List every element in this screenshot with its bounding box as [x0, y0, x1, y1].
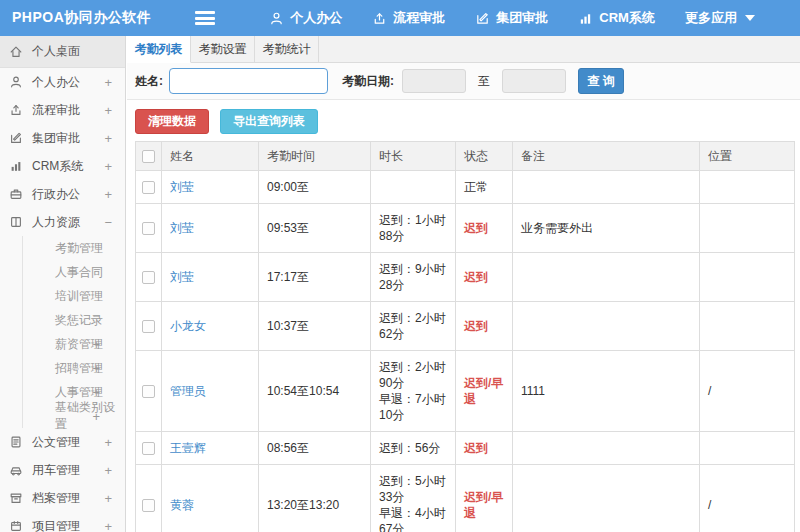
- employee-name-link[interactable]: 王壹辉: [170, 441, 206, 455]
- menu-toggle-icon[interactable]: [195, 11, 215, 25]
- user-icon: [9, 75, 23, 89]
- date-to-input[interactable]: [502, 69, 566, 93]
- sidebar-item-人力资源[interactable]: 人力资源−: [0, 208, 125, 236]
- sidebar-item-行政办公[interactable]: 行政办公+: [0, 180, 125, 208]
- expand-icon[interactable]: +: [92, 409, 100, 424]
- sidebar-item-流程审批[interactable]: 流程审批+: [0, 96, 125, 124]
- expand-icon[interactable]: +: [104, 519, 112, 532]
- sidebar-item-人事合同[interactable]: 人事合同: [0, 260, 125, 284]
- cell-duration: 迟到：2小时62分: [371, 302, 456, 351]
- expand-icon[interactable]: +: [104, 103, 112, 118]
- status-badge: 迟到: [464, 270, 488, 284]
- export-list-button[interactable]: 导出查询列表: [220, 109, 318, 134]
- doc-icon: [9, 435, 23, 449]
- flow-icon: [372, 11, 387, 26]
- action-bar: 清理数据 导出查询列表: [135, 109, 800, 134]
- expand-icon[interactable]: +: [104, 187, 112, 202]
- sidebar-item-考勤管理[interactable]: 考勤管理: [0, 236, 125, 260]
- table-row: 小龙女10:37至迟到：2小时62分迟到: [136, 302, 795, 351]
- expand-icon[interactable]: +: [104, 75, 112, 90]
- row-checkbox[interactable]: [142, 442, 155, 455]
- cell-name: 管理员: [162, 351, 259, 432]
- topnav-item-chart[interactable]: CRM系统: [578, 9, 655, 27]
- sidebar-item-基础类别设置[interactable]: 基础类别设置+: [0, 404, 125, 428]
- clean-data-button[interactable]: 清理数据: [135, 109, 209, 134]
- sidebar-item-奖惩记录[interactable]: 奖惩记录: [0, 308, 125, 332]
- query-button[interactable]: 查 询: [578, 68, 624, 94]
- tab-考勤统计[interactable]: 考勤统计: [255, 36, 319, 63]
- topnav-item-label: 个人办公: [290, 9, 342, 27]
- employee-name-link[interactable]: 黄蓉: [170, 498, 194, 512]
- edit-icon: [475, 11, 490, 26]
- name-label: 姓名:: [135, 73, 163, 90]
- sidebar-item-个人办公[interactable]: 个人办公+: [0, 68, 125, 96]
- column-header-位置: 位置: [700, 142, 795, 171]
- top-navigation: 个人办公流程审批集团审批CRM系统更多应用: [239, 9, 755, 27]
- cell-name: 刘莹: [162, 171, 259, 204]
- topnav-item-user[interactable]: 个人办公: [269, 9, 342, 27]
- sidebar-item-项目管理[interactable]: 项目管理+: [0, 512, 125, 532]
- topnav-item-more-apps[interactable]: 更多应用: [685, 9, 755, 27]
- column-header-状态: 状态: [456, 142, 513, 171]
- cell-attendance-time: 13:20至13:20: [259, 465, 371, 532]
- sidebar-item-用车管理[interactable]: 用车管理+: [0, 456, 125, 484]
- cell-location: [700, 171, 795, 204]
- cell-location: [700, 302, 795, 351]
- employee-name-link[interactable]: 刘莹: [170, 180, 194, 194]
- search-form: 姓名: 考勤日期: 至 查 询: [127, 63, 800, 100]
- sidebar-item-CRM系统[interactable]: CRM系统+: [0, 152, 125, 180]
- row-checkbox[interactable]: [142, 320, 155, 333]
- employee-name-link[interactable]: 小龙女: [170, 319, 206, 333]
- sidebar-item-公文管理[interactable]: 公文管理+: [0, 428, 125, 456]
- expand-icon[interactable]: +: [104, 491, 112, 506]
- cell-status: 迟到: [456, 204, 513, 253]
- employee-name-link[interactable]: 刘莹: [170, 221, 194, 235]
- cell-duration: 迟到：56分: [371, 432, 456, 465]
- expand-icon[interactable]: +: [92, 337, 100, 352]
- car-icon: [9, 463, 23, 477]
- name-input[interactable]: [169, 68, 328, 94]
- topnav-item-edit[interactable]: 集团审批: [475, 9, 548, 27]
- collapse-icon[interactable]: −: [104, 215, 112, 230]
- column-header-时长: 时长: [371, 142, 456, 171]
- row-checkbox[interactable]: [142, 385, 155, 398]
- row-select-cell: [136, 253, 162, 302]
- cell-name: 王壹辉: [162, 432, 259, 465]
- briefcase-icon: [9, 187, 23, 201]
- status-badge: 迟到: [464, 319, 488, 333]
- sidebar-item-label: 培训管理: [55, 288, 103, 305]
- row-checkbox[interactable]: [142, 499, 155, 512]
- employee-name-link[interactable]: 刘莹: [170, 270, 194, 284]
- row-checkbox[interactable]: [142, 181, 155, 194]
- table-row: 管理员10:54至10:54迟到：2小时90分早退：7小时10分迟到/早退111…: [136, 351, 795, 432]
- cell-duration: 迟到：5小时33分早退：4小时67分: [371, 465, 456, 532]
- tab-考勤列表[interactable]: 考勤列表: [127, 36, 191, 63]
- sidebar-item-集团审批[interactable]: 集团审批+: [0, 124, 125, 152]
- topnav-item-flow[interactable]: 流程审批: [372, 9, 445, 27]
- select-all-checkbox[interactable]: [142, 150, 155, 163]
- sidebar-item-label: 行政办公: [32, 186, 80, 203]
- cell-attendance-time: 17:17至: [259, 253, 371, 302]
- sidebar-item-label: 个人桌面: [32, 43, 80, 60]
- expand-icon[interactable]: +: [104, 159, 112, 174]
- cell-note: [513, 465, 700, 532]
- expand-icon[interactable]: +: [92, 385, 100, 400]
- sidebar-item-个人桌面[interactable]: 个人桌面: [0, 36, 125, 68]
- cell-attendance-time: 08:56至: [259, 432, 371, 465]
- sidebar-item-培训管理[interactable]: 培训管理: [0, 284, 125, 308]
- expand-icon[interactable]: +: [104, 463, 112, 478]
- sidebar-item-薪资管理[interactable]: 薪资管理+: [0, 332, 125, 356]
- expand-icon[interactable]: +: [104, 435, 112, 450]
- row-checkbox[interactable]: [142, 271, 155, 284]
- select-all-cell: [136, 142, 162, 171]
- row-checkbox[interactable]: [142, 222, 155, 235]
- date-from-input[interactable]: [402, 69, 466, 93]
- sidebar-item-档案管理[interactable]: 档案管理+: [0, 484, 125, 512]
- sidebar-item-招聘管理[interactable]: 招聘管理+: [0, 356, 125, 380]
- sidebar-item-label: 项目管理: [32, 518, 80, 532]
- sidebar-item-label: 用车管理: [32, 462, 80, 479]
- expand-icon[interactable]: +: [104, 131, 112, 146]
- employee-name-link[interactable]: 管理员: [170, 384, 206, 398]
- expand-icon[interactable]: +: [92, 361, 100, 376]
- tab-考勤设置[interactable]: 考勤设置: [191, 36, 255, 63]
